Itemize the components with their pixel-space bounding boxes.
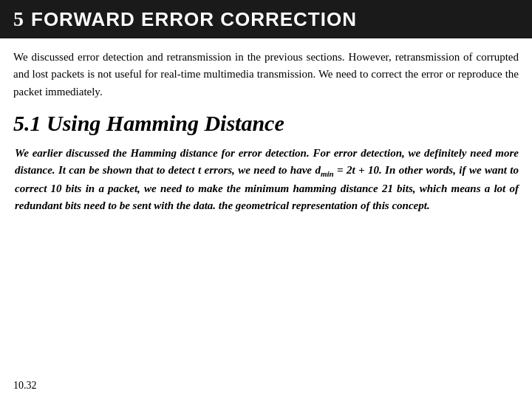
section-title-header: FORWARD ERROR CORRECTION (31, 8, 357, 31)
section-number: 5 (13, 7, 24, 31)
section-body: We earlier discussed the Hamming distanc… (13, 145, 519, 215)
intro-paragraph: We discussed error detection and retrans… (13, 49, 519, 100)
page: 5 FORWARD ERROR CORRECTION We discussed … (0, 0, 532, 399)
main-content: We discussed error detection and retrans… (0, 38, 532, 231)
page-number: 10.32 (13, 380, 37, 391)
subsection-title: 5.1 Using Hamming Distance (13, 111, 519, 136)
page-footer: 10.32 (13, 380, 37, 392)
section-header: 5 FORWARD ERROR CORRECTION (0, 0, 532, 38)
